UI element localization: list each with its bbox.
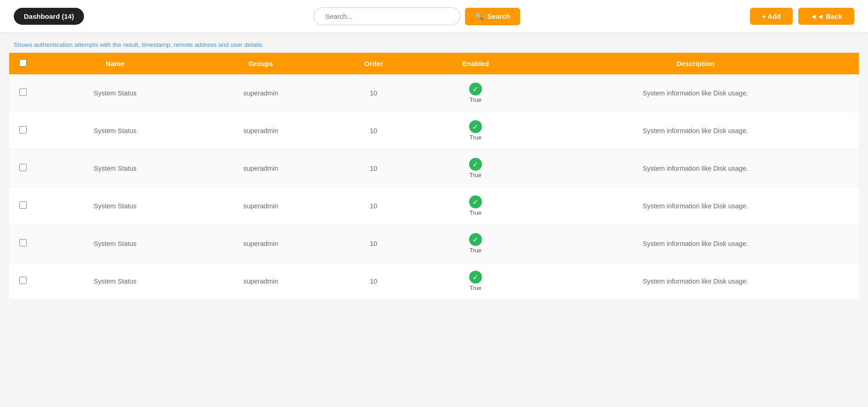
row-groups: superadmin [193, 74, 328, 112]
search-area: 🔍 Search [93, 7, 741, 25]
row-checkbox-5[interactable] [19, 277, 27, 284]
enabled-check-icon: ✓ [469, 120, 482, 133]
row-order: 10 [328, 112, 419, 150]
row-order: 10 [328, 225, 419, 262]
data-table: Name Groups Order Enabled Description Sy… [9, 53, 859, 300]
row-description: System information like Disk usage. [532, 262, 859, 300]
row-description: System information like Disk usage. [532, 225, 859, 262]
select-all-checkbox[interactable] [19, 59, 27, 67]
col-description: Description [532, 53, 859, 74]
header: Dashboard (14) 🔍 Search + Add ◄◄ Back [0, 0, 868, 33]
row-name: System Status [37, 74, 193, 112]
row-description: System information like Disk usage. [532, 74, 859, 112]
add-button[interactable]: + Add [750, 8, 793, 25]
header-right: + Add ◄◄ Back [750, 8, 854, 25]
row-name: System Status [37, 187, 193, 225]
row-order: 10 [328, 74, 419, 112]
row-checkbox-cell [9, 187, 37, 225]
enabled-label: True [470, 172, 482, 178]
enabled-check-icon: ✓ [469, 158, 482, 171]
col-order: Order [328, 53, 419, 74]
row-checkbox-4[interactable] [19, 239, 27, 246]
row-groups: superadmin [193, 225, 328, 262]
row-checkbox-cell [9, 150, 37, 187]
row-order: 10 [328, 150, 419, 187]
enabled-label: True [470, 96, 482, 103]
search-input[interactable] [314, 7, 460, 25]
search-icon: 🔍 [475, 12, 484, 21]
page-description: Shows authentication attempts with the r… [0, 33, 868, 53]
back-button[interactable]: ◄◄ Back [798, 8, 854, 25]
row-groups: superadmin [193, 187, 328, 225]
row-checkbox-cell [9, 74, 37, 112]
row-groups: superadmin [193, 150, 328, 187]
table-container: Name Groups Order Enabled Description Sy… [9, 53, 859, 300]
row-enabled: ✓ True [419, 150, 532, 187]
row-checkbox-cell [9, 112, 37, 150]
table-row: System Status superadmin 10 ✓ True Syste… [9, 187, 859, 225]
table-row: System Status superadmin 10 ✓ True Syste… [9, 112, 859, 150]
row-description: System information like Disk usage. [532, 112, 859, 150]
row-description: System information like Disk usage. [532, 150, 859, 187]
enabled-check-icon: ✓ [469, 233, 482, 246]
row-checkbox-cell [9, 225, 37, 262]
row-checkbox-cell [9, 262, 37, 300]
col-enabled: Enabled [419, 53, 532, 74]
row-name: System Status [37, 262, 193, 300]
select-all-header [9, 53, 37, 74]
row-checkbox-0[interactable] [19, 89, 27, 96]
enabled-label: True [470, 134, 482, 141]
row-order: 10 [328, 187, 419, 225]
row-name: System Status [37, 150, 193, 187]
search-button[interactable]: 🔍 Search [465, 8, 520, 25]
row-groups: superadmin [193, 112, 328, 150]
row-checkbox-3[interactable] [19, 201, 27, 209]
table-row: System Status superadmin 10 ✓ True Syste… [9, 262, 859, 300]
row-enabled: ✓ True [419, 74, 532, 112]
table-header-row: Name Groups Order Enabled Description [9, 53, 859, 74]
row-name: System Status [37, 112, 193, 150]
row-enabled: ✓ True [419, 187, 532, 225]
col-groups: Groups [193, 53, 328, 74]
enabled-label: True [470, 284, 482, 291]
enabled-check-icon: ✓ [469, 83, 482, 95]
col-name: Name [37, 53, 193, 74]
dashboard-badge: Dashboard (14) [14, 8, 84, 25]
row-enabled: ✓ True [419, 262, 532, 300]
row-checkbox-1[interactable] [19, 126, 27, 134]
enabled-check-icon: ✓ [469, 195, 482, 208]
enabled-label: True [470, 247, 482, 254]
row-order: 10 [328, 262, 419, 300]
row-groups: superadmin [193, 262, 328, 300]
row-enabled: ✓ True [419, 225, 532, 262]
row-name: System Status [37, 225, 193, 262]
row-checkbox-2[interactable] [19, 164, 27, 171]
table-row: System Status superadmin 10 ✓ True Syste… [9, 74, 859, 112]
table-row: System Status superadmin 10 ✓ True Syste… [9, 150, 859, 187]
enabled-label: True [470, 209, 482, 216]
table-row: System Status superadmin 10 ✓ True Syste… [9, 225, 859, 262]
row-enabled: ✓ True [419, 112, 532, 150]
row-description: System information like Disk usage. [532, 187, 859, 225]
enabled-check-icon: ✓ [469, 271, 482, 284]
